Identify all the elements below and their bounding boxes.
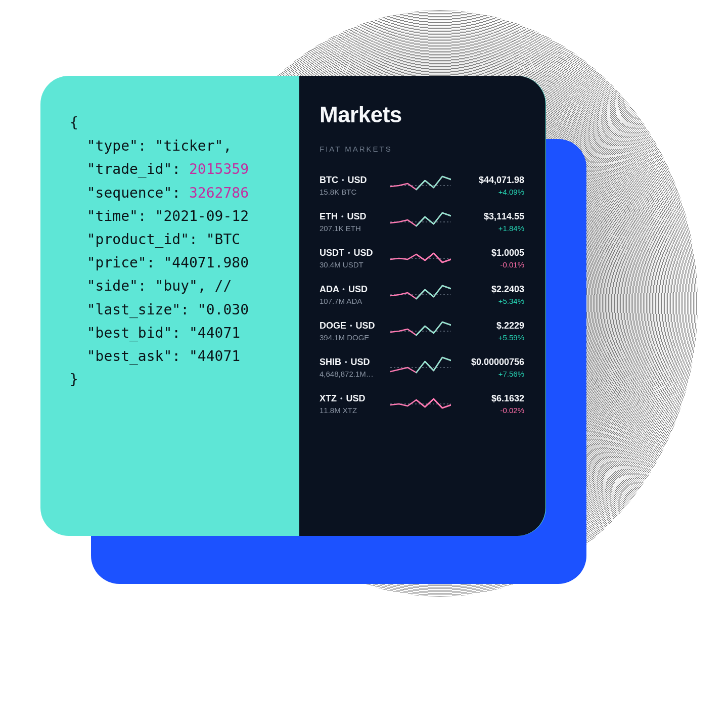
sparkline-icon: [390, 284, 451, 306]
markets-panel: Markets FIAT MARKETS BTC • USD15.8K BTC$…: [299, 76, 545, 536]
price-value: $.2229: [451, 321, 524, 331]
price-value: $3,114.55: [451, 211, 524, 222]
sparkline-icon: [390, 247, 451, 269]
change-value: +5.59%: [451, 333, 524, 342]
price-value: $6.1632: [451, 393, 524, 404]
market-rows: BTC • USD15.8K BTC$44,071.98+4.09%ETH • …: [320, 167, 524, 422]
market-row-ada[interactable]: ADA • USD107.7M ADA$2.2403+5.34%: [320, 277, 524, 313]
market-row-btc[interactable]: BTC • USD15.8K BTC$44,071.98+4.09%: [320, 167, 524, 204]
change-value: -0.02%: [451, 406, 524, 415]
markets-section-label: FIAT MARKETS: [320, 145, 524, 153]
sparkline-icon: [390, 211, 451, 233]
volume-label: 15.8K BTC: [320, 188, 390, 196]
volume-label: 207.1K ETH: [320, 224, 390, 233]
pair-label: SHIB • USD: [320, 357, 390, 368]
sparkline-icon: [390, 356, 451, 379]
market-row-shib[interactable]: SHIB • USD4,648,872.1M…$0.00000756+7.56%: [320, 349, 524, 386]
market-row-doge[interactable]: DOGE • USD394.1M DOGE$.2229+5.59%: [320, 313, 524, 349]
sparkline-icon: [390, 320, 451, 342]
sparkline-icon: [390, 174, 451, 197]
change-value: +5.34%: [451, 297, 524, 305]
pair-label: USDT • USD: [320, 248, 390, 258]
pair-label: XTZ • USD: [320, 393, 390, 404]
market-row-eth[interactable]: ETH • USD207.1K ETH$3,114.55+1.84%: [320, 204, 524, 240]
market-row-xtz[interactable]: XTZ • USD11.8M XTZ$6.1632-0.02%: [320, 386, 524, 422]
volume-label: 4,648,872.1M…: [320, 370, 390, 378]
price-value: $44,071.98: [451, 175, 524, 186]
change-value: +4.09%: [451, 188, 524, 196]
change-value: -0.01%: [451, 260, 524, 269]
pair-label: ADA • USD: [320, 284, 390, 295]
volume-label: 30.4M USDT: [320, 260, 390, 269]
price-value: $2.2403: [451, 284, 524, 295]
volume-label: 107.7M ADA: [320, 297, 390, 305]
pair-label: DOGE • USD: [320, 321, 390, 331]
change-value: +7.56%: [451, 370, 524, 378]
markets-title: Markets: [320, 102, 524, 127]
pair-label: BTC • USD: [320, 175, 390, 186]
market-row-usdt[interactable]: USDT • USD30.4M USDT$1.0005-0.01%: [320, 240, 524, 277]
volume-label: 11.8M XTZ: [320, 406, 390, 415]
pair-label: ETH • USD: [320, 211, 390, 222]
sparkline-icon: [390, 393, 451, 415]
price-value: $0.00000756: [451, 357, 524, 368]
volume-label: 394.1M DOGE: [320, 333, 390, 342]
change-value: +1.84%: [451, 224, 524, 233]
price-value: $1.0005: [451, 248, 524, 258]
